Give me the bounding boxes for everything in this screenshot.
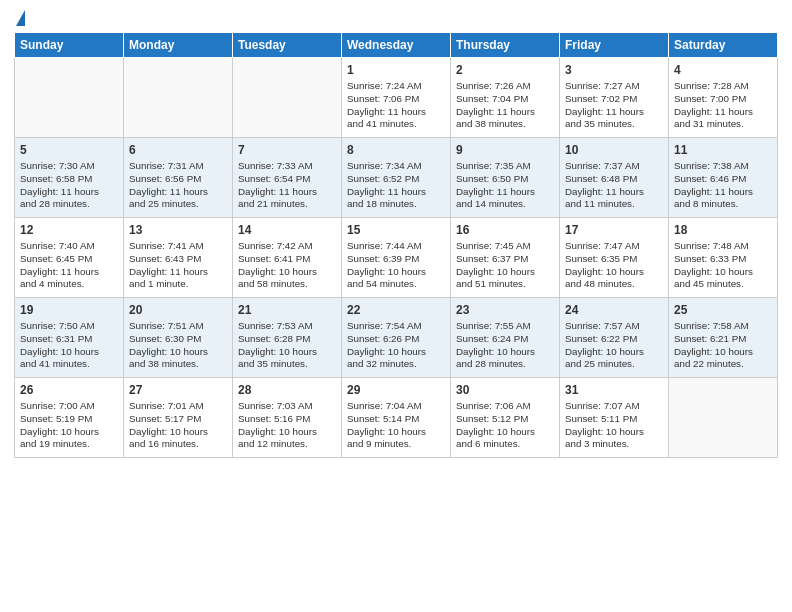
day-info: Sunrise: 7:58 AMSunset: 6:21 PMDaylight:… — [674, 320, 772, 371]
day-number: 27 — [129, 382, 227, 398]
calendar-cell — [669, 378, 778, 458]
day-number: 3 — [565, 62, 663, 78]
calendar-cell: 7Sunrise: 7:33 AMSunset: 6:54 PMDaylight… — [233, 138, 342, 218]
calendar-cell: 29Sunrise: 7:04 AMSunset: 5:14 PMDayligh… — [342, 378, 451, 458]
weekday-header-wednesday: Wednesday — [342, 33, 451, 58]
day-number: 12 — [20, 222, 118, 238]
day-info: Sunrise: 7:28 AMSunset: 7:00 PMDaylight:… — [674, 80, 772, 131]
calendar-cell — [15, 58, 124, 138]
day-info: Sunrise: 7:57 AMSunset: 6:22 PMDaylight:… — [565, 320, 663, 371]
calendar-cell: 30Sunrise: 7:06 AMSunset: 5:12 PMDayligh… — [451, 378, 560, 458]
calendar-cell: 10Sunrise: 7:37 AMSunset: 6:48 PMDayligh… — [560, 138, 669, 218]
calendar-cell — [124, 58, 233, 138]
calendar-cell: 12Sunrise: 7:40 AMSunset: 6:45 PMDayligh… — [15, 218, 124, 298]
day-number: 18 — [674, 222, 772, 238]
day-info: Sunrise: 7:06 AMSunset: 5:12 PMDaylight:… — [456, 400, 554, 451]
calendar-cell: 22Sunrise: 7:54 AMSunset: 6:26 PMDayligh… — [342, 298, 451, 378]
day-info: Sunrise: 7:55 AMSunset: 6:24 PMDaylight:… — [456, 320, 554, 371]
calendar-cell: 31Sunrise: 7:07 AMSunset: 5:11 PMDayligh… — [560, 378, 669, 458]
calendar-cell: 17Sunrise: 7:47 AMSunset: 6:35 PMDayligh… — [560, 218, 669, 298]
day-number: 9 — [456, 142, 554, 158]
calendar-week-row: 26Sunrise: 7:00 AMSunset: 5:19 PMDayligh… — [15, 378, 778, 458]
day-number: 29 — [347, 382, 445, 398]
calendar-header-row: SundayMondayTuesdayWednesdayThursdayFrid… — [15, 33, 778, 58]
day-info: Sunrise: 7:48 AMSunset: 6:33 PMDaylight:… — [674, 240, 772, 291]
calendar-cell: 3Sunrise: 7:27 AMSunset: 7:02 PMDaylight… — [560, 58, 669, 138]
day-number: 13 — [129, 222, 227, 238]
weekday-header-tuesday: Tuesday — [233, 33, 342, 58]
calendar-cell — [233, 58, 342, 138]
calendar-cell: 25Sunrise: 7:58 AMSunset: 6:21 PMDayligh… — [669, 298, 778, 378]
calendar-cell: 8Sunrise: 7:34 AMSunset: 6:52 PMDaylight… — [342, 138, 451, 218]
day-number: 31 — [565, 382, 663, 398]
day-info: Sunrise: 7:41 AMSunset: 6:43 PMDaylight:… — [129, 240, 227, 291]
day-info: Sunrise: 7:54 AMSunset: 6:26 PMDaylight:… — [347, 320, 445, 371]
weekday-header-monday: Monday — [124, 33, 233, 58]
day-number: 25 — [674, 302, 772, 318]
calendar-cell: 15Sunrise: 7:44 AMSunset: 6:39 PMDayligh… — [342, 218, 451, 298]
logo — [14, 10, 25, 28]
calendar-week-row: 19Sunrise: 7:50 AMSunset: 6:31 PMDayligh… — [15, 298, 778, 378]
day-number: 22 — [347, 302, 445, 318]
calendar-week-row: 5Sunrise: 7:30 AMSunset: 6:58 PMDaylight… — [15, 138, 778, 218]
calendar-cell: 1Sunrise: 7:24 AMSunset: 7:06 PMDaylight… — [342, 58, 451, 138]
day-info: Sunrise: 7:37 AMSunset: 6:48 PMDaylight:… — [565, 160, 663, 211]
day-info: Sunrise: 7:26 AMSunset: 7:04 PMDaylight:… — [456, 80, 554, 131]
day-info: Sunrise: 7:33 AMSunset: 6:54 PMDaylight:… — [238, 160, 336, 211]
calendar-cell: 6Sunrise: 7:31 AMSunset: 6:56 PMDaylight… — [124, 138, 233, 218]
calendar-cell: 24Sunrise: 7:57 AMSunset: 6:22 PMDayligh… — [560, 298, 669, 378]
calendar-cell: 5Sunrise: 7:30 AMSunset: 6:58 PMDaylight… — [15, 138, 124, 218]
calendar-cell: 18Sunrise: 7:48 AMSunset: 6:33 PMDayligh… — [669, 218, 778, 298]
day-info: Sunrise: 7:51 AMSunset: 6:30 PMDaylight:… — [129, 320, 227, 371]
day-info: Sunrise: 7:45 AMSunset: 6:37 PMDaylight:… — [456, 240, 554, 291]
day-info: Sunrise: 7:00 AMSunset: 5:19 PMDaylight:… — [20, 400, 118, 451]
day-number: 6 — [129, 142, 227, 158]
day-number: 7 — [238, 142, 336, 158]
day-number: 20 — [129, 302, 227, 318]
day-number: 15 — [347, 222, 445, 238]
day-number: 14 — [238, 222, 336, 238]
day-number: 1 — [347, 62, 445, 78]
day-info: Sunrise: 7:38 AMSunset: 6:46 PMDaylight:… — [674, 160, 772, 211]
weekday-header-friday: Friday — [560, 33, 669, 58]
calendar-cell: 19Sunrise: 7:50 AMSunset: 6:31 PMDayligh… — [15, 298, 124, 378]
day-number: 28 — [238, 382, 336, 398]
weekday-header-saturday: Saturday — [669, 33, 778, 58]
calendar-cell: 9Sunrise: 7:35 AMSunset: 6:50 PMDaylight… — [451, 138, 560, 218]
calendar-week-row: 12Sunrise: 7:40 AMSunset: 6:45 PMDayligh… — [15, 218, 778, 298]
calendar-cell: 26Sunrise: 7:00 AMSunset: 5:19 PMDayligh… — [15, 378, 124, 458]
day-number: 24 — [565, 302, 663, 318]
day-info: Sunrise: 7:53 AMSunset: 6:28 PMDaylight:… — [238, 320, 336, 371]
day-number: 5 — [20, 142, 118, 158]
calendar-cell: 2Sunrise: 7:26 AMSunset: 7:04 PMDaylight… — [451, 58, 560, 138]
day-number: 23 — [456, 302, 554, 318]
day-number: 11 — [674, 142, 772, 158]
day-info: Sunrise: 7:24 AMSunset: 7:06 PMDaylight:… — [347, 80, 445, 131]
calendar-cell: 27Sunrise: 7:01 AMSunset: 5:17 PMDayligh… — [124, 378, 233, 458]
day-info: Sunrise: 7:50 AMSunset: 6:31 PMDaylight:… — [20, 320, 118, 371]
day-info: Sunrise: 7:01 AMSunset: 5:17 PMDaylight:… — [129, 400, 227, 451]
day-info: Sunrise: 7:31 AMSunset: 6:56 PMDaylight:… — [129, 160, 227, 211]
day-info: Sunrise: 7:40 AMSunset: 6:45 PMDaylight:… — [20, 240, 118, 291]
day-number: 2 — [456, 62, 554, 78]
day-info: Sunrise: 7:04 AMSunset: 5:14 PMDaylight:… — [347, 400, 445, 451]
logo-triangle-icon — [16, 10, 25, 26]
weekday-header-sunday: Sunday — [15, 33, 124, 58]
calendar-cell: 21Sunrise: 7:53 AMSunset: 6:28 PMDayligh… — [233, 298, 342, 378]
day-info: Sunrise: 7:44 AMSunset: 6:39 PMDaylight:… — [347, 240, 445, 291]
day-info: Sunrise: 7:27 AMSunset: 7:02 PMDaylight:… — [565, 80, 663, 131]
day-info: Sunrise: 7:03 AMSunset: 5:16 PMDaylight:… — [238, 400, 336, 451]
calendar-cell: 13Sunrise: 7:41 AMSunset: 6:43 PMDayligh… — [124, 218, 233, 298]
day-info: Sunrise: 7:34 AMSunset: 6:52 PMDaylight:… — [347, 160, 445, 211]
calendar-week-row: 1Sunrise: 7:24 AMSunset: 7:06 PMDaylight… — [15, 58, 778, 138]
day-number: 8 — [347, 142, 445, 158]
day-number: 26 — [20, 382, 118, 398]
calendar-cell: 16Sunrise: 7:45 AMSunset: 6:37 PMDayligh… — [451, 218, 560, 298]
calendar-cell: 23Sunrise: 7:55 AMSunset: 6:24 PMDayligh… — [451, 298, 560, 378]
day-info: Sunrise: 7:35 AMSunset: 6:50 PMDaylight:… — [456, 160, 554, 211]
day-number: 4 — [674, 62, 772, 78]
calendar-cell: 20Sunrise: 7:51 AMSunset: 6:30 PMDayligh… — [124, 298, 233, 378]
day-number: 10 — [565, 142, 663, 158]
page-header — [14, 10, 778, 28]
day-number: 17 — [565, 222, 663, 238]
